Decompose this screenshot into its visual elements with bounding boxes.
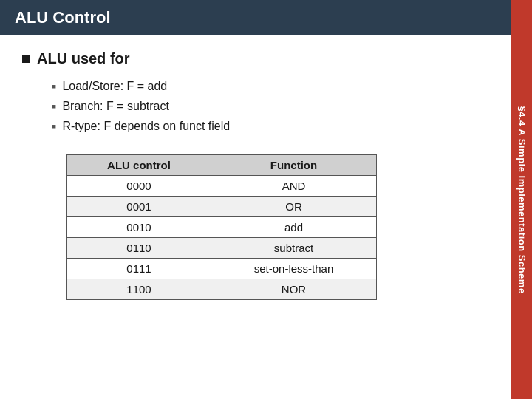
table-cell: AND [211, 175, 377, 196]
main-content: ALU used for ▪ Load/Store: F = add ▪ Bra… [0, 35, 511, 399]
sidebar: §4.4 A Simple Implementation Scheme [511, 0, 532, 399]
dash-icon: ▪ [52, 120, 56, 133]
table-row: 0010add [67, 216, 377, 237]
table-cell: 0010 [67, 216, 211, 237]
table-row: 0111set-on-less-than [67, 258, 377, 279]
table-row: 0110subtract [67, 237, 377, 258]
list-item-text: Branch: F = subtract [62, 96, 169, 116]
table-row: 0000AND [67, 175, 377, 196]
page-title: ALU Control [15, 8, 111, 27]
col-header-alu: ALU control [67, 154, 211, 175]
table-cell: 0111 [67, 258, 211, 279]
table-cell: 1100 [67, 279, 211, 299]
section-title: ALU used for [22, 50, 489, 67]
table-cell: set-on-less-than [211, 258, 377, 279]
header: ALU Control [0, 0, 511, 35]
section-title-text: ALU used for [37, 50, 130, 67]
bullet-square-icon [22, 55, 30, 63]
table-row: 1100NOR [67, 279, 377, 299]
table-cell: subtract [211, 237, 377, 258]
list-item-text: Load/Store: F = add [62, 76, 167, 96]
bullet-list: ▪ Load/Store: F = add ▪ Branch: F = subt… [52, 76, 489, 137]
list-item: ▪ Load/Store: F = add [52, 76, 489, 96]
table-row: 0001OR [67, 196, 377, 216]
table-cell: 0110 [67, 237, 211, 258]
alu-table: ALU control Function 0000AND0001OR0010ad… [66, 154, 377, 300]
table-header-row: ALU control Function [67, 154, 377, 175]
dash-icon: ▪ [52, 80, 56, 93]
col-header-function: Function [211, 154, 377, 175]
table-cell: add [211, 216, 377, 237]
list-item-text: R-type: F depends on funct field [62, 116, 230, 136]
list-item: ▪ R-type: F depends on funct field [52, 116, 489, 136]
dash-icon: ▪ [52, 100, 56, 113]
table-cell: NOR [211, 279, 377, 299]
sidebar-label: §4.4 A Simple Implementation Scheme [516, 106, 528, 293]
table-cell: 0000 [67, 175, 211, 196]
table-cell: OR [211, 196, 377, 216]
list-item: ▪ Branch: F = subtract [52, 96, 489, 116]
table-cell: 0001 [67, 196, 211, 216]
